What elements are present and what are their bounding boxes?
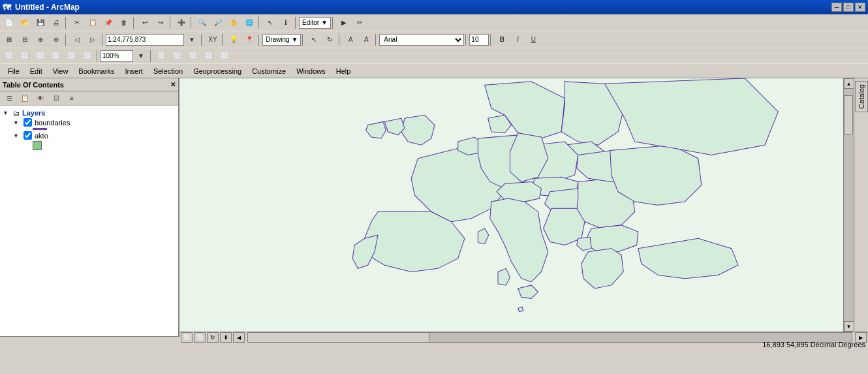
full-extent-button[interactable]: 🌐 [242, 16, 256, 29]
close-button[interactable]: ✕ [855, 3, 865, 12]
map-area[interactable] [179, 78, 843, 332]
catalog-panel: Catalog [854, 78, 868, 332]
select-elements[interactable]: ↖ [307, 33, 321, 46]
map-pause[interactable]: ⏸ [220, 332, 232, 343]
tb3-btn9[interactable]: ⬜ [186, 50, 200, 63]
underline-button[interactable]: U [526, 33, 540, 46]
paste-button[interactable]: 📌 [101, 16, 116, 29]
tb3-btn7[interactable]: ⬜ [155, 50, 169, 63]
akto-layer-row[interactable]: ▼ akto [13, 131, 176, 140]
add-data-button[interactable]: ➕ [174, 16, 189, 29]
text-tool[interactable]: A [343, 33, 358, 46]
save-button[interactable]: 💾 [33, 16, 48, 29]
scroll-track-v[interactable] [844, 89, 854, 321]
menu-insert[interactable]: Insert [119, 66, 148, 76]
scroll-down-arrow[interactable]: ▼ [844, 321, 854, 332]
menu-customize[interactable]: Customize [247, 66, 291, 76]
toc-list-view[interactable]: ☰ [2, 92, 16, 105]
map-vertical-scrollbar[interactable]: ▲ ▼ [843, 78, 854, 332]
identify-button[interactable]: ℹ [279, 16, 293, 29]
menu-selection[interactable]: Selection [148, 66, 188, 76]
delete-button[interactable]: 🗑 [117, 16, 131, 29]
menu-bookmarks[interactable]: Bookmarks [73, 66, 119, 76]
open-button[interactable]: 📂 [18, 16, 32, 29]
zoom-in-button[interactable]: 🔍 [195, 16, 209, 29]
find-route[interactable]: 📍 [242, 33, 256, 46]
tb3-btn2[interactable]: ⬜ [18, 50, 32, 63]
map-prev-extent[interactable]: ⬜ [181, 332, 193, 343]
map-container: ▲ ▼ Catalog ⬜ ⬜ ↻ ⏸ ◀ ▶ [179, 78, 868, 336]
zoom-pct-dropdown[interactable]: ▼ [134, 50, 148, 63]
cut-button[interactable]: ✂ [70, 16, 84, 29]
scroll-thumb-v[interactable] [844, 95, 853, 134]
go-to-xy[interactable]: XY [206, 33, 220, 46]
bold-button[interactable]: B [495, 33, 509, 46]
tb2-btn5[interactable]: ◁ [70, 33, 84, 46]
tb3-btn6[interactable]: ⬜ [80, 50, 95, 63]
menu-geoprocessing[interactable]: Geoprocessing [188, 66, 247, 76]
akto-checkbox[interactable] [23, 131, 32, 140]
menu-view[interactable]: View [48, 66, 74, 76]
tb2-btn6[interactable]: ▷ [85, 33, 100, 46]
map-tips[interactable]: 💡 [226, 33, 241, 46]
scroll-up-arrow[interactable]: ▲ [844, 78, 854, 89]
minimize-button[interactable]: ─ [831, 3, 842, 12]
tb3-btn3[interactable]: ⬜ [33, 50, 48, 63]
rotate-tool[interactable]: ↻ [322, 33, 337, 46]
boundaries-checkbox[interactable] [23, 118, 32, 127]
tb3-btn4[interactable]: ⬜ [49, 50, 63, 63]
layers-group-row[interactable]: ▼ 🗂 Layers [3, 108, 176, 117]
tb3-btn5[interactable]: ⬜ [65, 50, 79, 63]
tb2-btn3[interactable]: ⊕ [33, 33, 48, 46]
toc-options[interactable]: ≡ [65, 92, 79, 105]
editor-dropdown[interactable]: Editor ▼ [299, 17, 331, 29]
sketch-tool[interactable]: ✏ [352, 16, 367, 29]
toc-select-view[interactable]: ☑ [49, 92, 63, 105]
scale-dropdown[interactable]: ▼ [185, 33, 199, 46]
zoom-out-button[interactable]: 🔎 [211, 16, 225, 29]
map-scroll-left[interactable]: ◀ [233, 332, 245, 343]
layers-folder-icon: 🗂 [13, 110, 20, 117]
map-full-extent[interactable]: ⬜ [194, 332, 206, 343]
edit-tool[interactable]: ▶ [337, 16, 351, 29]
tb2-btn2[interactable]: ⊟ [18, 33, 32, 46]
akto-expand-icon[interactable]: ▼ [13, 132, 21, 139]
toc-source-view[interactable]: 📋 [18, 92, 32, 105]
font-name-select[interactable]: Arial [379, 34, 464, 46]
tb2-btn1[interactable]: ⊞ [2, 33, 16, 46]
select-button[interactable]: ↖ [263, 16, 277, 29]
tb3-btn8[interactable]: ⬜ [170, 50, 185, 63]
maximize-button[interactable]: □ [843, 3, 854, 12]
undo-button[interactable]: ↩ [138, 16, 152, 29]
map-horizontal-scrollbar[interactable] [247, 332, 852, 343]
boundaries-expand-icon[interactable]: ▼ [13, 119, 21, 126]
pan-button[interactable]: ✋ [226, 16, 241, 29]
boundaries-layer-row[interactable]: ▼ boundaries [13, 117, 176, 127]
map-refresh[interactable]: ↻ [207, 332, 219, 343]
tb3-btn1[interactable]: ⬜ [2, 50, 16, 63]
scale-input[interactable] [106, 34, 184, 46]
menu-file[interactable]: File [3, 66, 25, 76]
print-button[interactable]: 🖨 [49, 16, 63, 29]
zoom-pct-input[interactable]: 100% [101, 50, 133, 62]
toc-vis-view[interactable]: 👁 [33, 92, 48, 105]
menu-help[interactable]: Help [331, 66, 356, 76]
tb2-btn4[interactable]: ⊖ [49, 33, 63, 46]
tb3-btn11[interactable]: ⬜ [217, 50, 232, 63]
drawing-dropdown[interactable]: Drawing ▼ [262, 34, 301, 46]
menu-windows[interactable]: Windows [291, 66, 331, 76]
font-color[interactable]: A [359, 33, 373, 46]
layers-expand-icon[interactable]: ▼ [3, 110, 10, 116]
catalog-tab[interactable]: Catalog [855, 81, 868, 112]
akto-symbol [33, 141, 42, 150]
menu-edit[interactable]: Edit [25, 66, 48, 76]
font-size-input[interactable] [469, 34, 489, 46]
tb3-btn10[interactable]: ⬜ [202, 50, 216, 63]
boundaries-label: boundaries [35, 119, 70, 127]
new-button[interactable]: 📄 [2, 16, 16, 29]
copy-button[interactable]: 📋 [85, 16, 100, 29]
toc-close-icon[interactable]: ✕ [170, 81, 176, 88]
italic-button[interactable]: I [510, 33, 525, 46]
akto-layer-group: ▼ akto [3, 131, 176, 151]
redo-button[interactable]: ↪ [153, 16, 168, 29]
